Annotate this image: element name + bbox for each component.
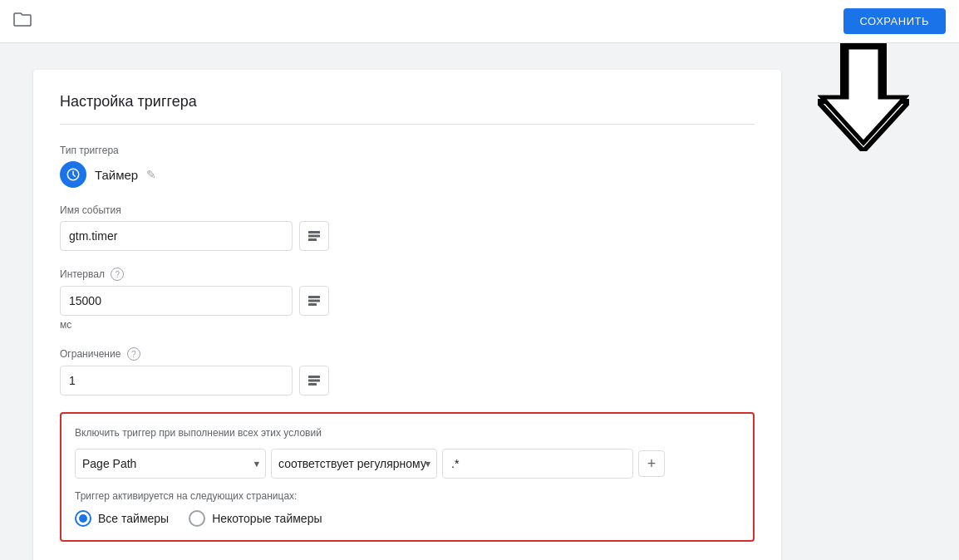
condition-value-input[interactable] [442,449,633,479]
edit-icon[interactable]: ✎ [146,168,156,181]
interval-help-icon[interactable]: ? [111,268,124,281]
event-name-label: Имя события [60,204,755,216]
svg-rect-6 [308,296,320,298]
trigger-type-label: Тип триггера [60,145,755,156]
svg-rect-9 [308,376,320,378]
add-condition-button[interactable]: + [638,450,665,477]
main-content: Настройка триггера Тип триггера Таймер ✎… [0,43,959,560]
svg-rect-5 [308,238,317,241]
conditions-box: Включить триггер при выполнении всех эти… [60,412,755,542]
limit-section: Ограничение ? [60,347,755,395]
svg-rect-8 [308,303,317,306]
event-name-input[interactable] [60,221,293,251]
page-path-select-wrapper: Page Path ▾ [75,449,266,479]
save-button[interactable]: СОХРАНИТЬ [843,8,946,34]
svg-rect-10 [308,380,320,382]
condition-row: Page Path ▾ соответствует регулярному вы… [75,449,740,479]
operator-select-wrapper: соответствует регулярному выра ▾ [271,449,437,479]
trigger-name: Таймер [95,168,138,182]
some-timers-option[interactable]: Некоторые таймеры [189,510,322,527]
event-name-section: Имя события [60,204,755,251]
event-name-icon-btn[interactable] [299,221,329,251]
pages-radio-section: Триггер активируется на следующих страни… [75,490,740,527]
all-timers-label: Все таймеры [98,512,169,525]
svg-rect-7 [308,300,320,302]
svg-rect-3 [308,231,320,233]
limit-input[interactable] [60,366,293,395]
trigger-settings-card: Настройка триггера Тип триггера Таймер ✎… [33,70,781,560]
event-name-row [60,221,755,251]
page-path-select[interactable]: Page Path [75,449,266,479]
interval-input[interactable] [60,286,293,316]
some-timers-label: Некоторые таймеры [212,512,322,525]
top-bar: СОХРАНИТЬ [0,0,959,43]
interval-unit: мс [60,319,755,331]
interval-label: Интервал ? [60,268,755,281]
folder-icon [13,12,32,31]
radio-row: Все таймеры Некоторые таймеры [75,510,740,527]
timer-icon [60,161,86,188]
svg-rect-4 [308,235,320,238]
card-title: Настройка триггера [60,93,755,125]
operator-select[interactable]: соответствует регулярному выра [271,449,437,479]
limit-row [60,366,755,395]
limit-help-icon[interactable]: ? [127,347,140,361]
limit-label: Ограничение ? [60,347,755,361]
all-timers-option[interactable]: Все таймеры [75,510,169,527]
all-timers-radio[interactable] [75,510,91,527]
radio-inner-dot [79,514,87,523]
some-timers-radio[interactable] [189,510,205,527]
interval-row [60,286,755,316]
trigger-type-row: Таймер ✎ [60,161,755,188]
trigger-type-section: Тип триггера Таймер ✎ [60,145,755,188]
interval-section: Интервал ? мс [60,268,755,331]
conditions-label: Включить триггер при выполнении всех эти… [75,427,740,439]
limit-icon-btn[interactable] [299,366,329,395]
interval-icon-btn[interactable] [299,286,329,316]
pages-label: Триггер активируется на следующих страни… [75,490,740,502]
svg-rect-11 [308,383,317,386]
